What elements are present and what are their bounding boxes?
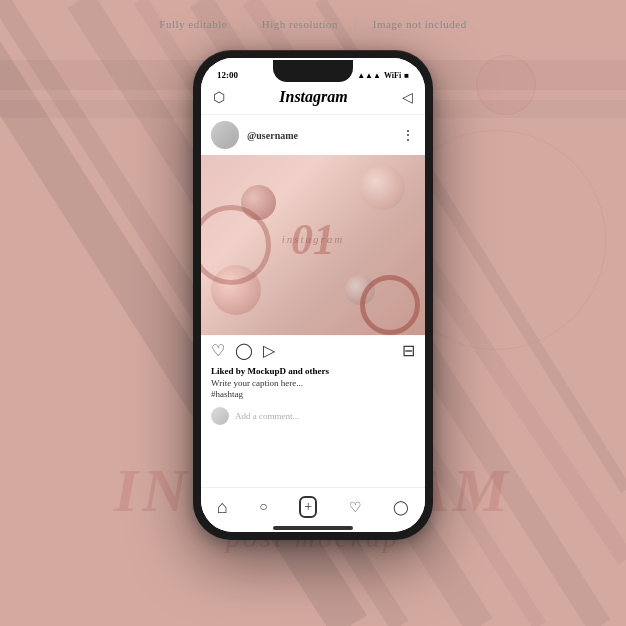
phone-wrapper: 12:00 ▲▲▲ WiFi ■ ⬡ Instagram ◁ @username…	[193, 50, 433, 540]
nav-profile-icon[interactable]: ◯	[393, 499, 409, 516]
separator-1: |	[243, 18, 246, 30]
hashtag-text[interactable]: #hashtag	[211, 389, 415, 399]
nav-home-icon[interactable]: ⌂	[217, 497, 228, 518]
bookmark-icon[interactable]: ⊟	[402, 341, 415, 360]
username-label[interactable]: @username	[247, 130, 393, 141]
user-avatar[interactable]	[211, 121, 239, 149]
phone-notch	[273, 60, 353, 82]
ring-2	[201, 205, 271, 285]
nav-search-icon[interactable]: ○	[259, 499, 267, 515]
wifi-icon: WiFi	[384, 71, 401, 80]
send-icon[interactable]: ◁	[402, 89, 413, 106]
caption-area: Liked by MockupD and others Write your c…	[201, 364, 425, 403]
phone-device: 12:00 ▲▲▲ WiFi ■ ⬡ Instagram ◁ @username…	[193, 50, 433, 540]
nav-heart-icon[interactable]: ♡	[349, 499, 362, 516]
instagram-title: Instagram	[279, 88, 347, 106]
commenter-avatar	[211, 407, 229, 425]
ring-1	[360, 275, 420, 335]
share-icon[interactable]: ▷	[263, 341, 275, 360]
phone-screen: 12:00 ▲▲▲ WiFi ■ ⬡ Instagram ◁ @username…	[201, 58, 425, 532]
ball-3	[360, 165, 405, 210]
status-icons: ▲▲▲ WiFi ■	[357, 71, 409, 80]
status-time: 12:00	[217, 70, 238, 80]
comment-row: Add a comment...	[201, 403, 425, 429]
post-subtitle: instagram	[282, 233, 345, 245]
caption-text[interactable]: Write your caption here...	[211, 378, 415, 388]
liked-by-text: Liked by MockupD and others	[211, 366, 415, 376]
high-resolution-label: High resolution	[262, 18, 338, 30]
more-options-icon[interactable]: ⋮	[401, 127, 415, 144]
signal-icon: ▲▲▲	[357, 71, 381, 80]
actions-left: ♡ ◯ ▷	[211, 341, 275, 360]
circle-decoration-small	[476, 55, 536, 115]
fully-editable-label: Fully editable	[159, 18, 227, 30]
image-not-included-label: Image not included	[373, 18, 467, 30]
home-indicator	[273, 526, 353, 530]
camera-icon[interactable]: ⬡	[213, 89, 225, 106]
comment-icon[interactable]: ◯	[235, 341, 253, 360]
battery-icon: ■	[404, 71, 409, 80]
actions-row: ♡ ◯ ▷ ⊟	[201, 335, 425, 364]
like-icon[interactable]: ♡	[211, 341, 225, 360]
nav-add-icon[interactable]: +	[299, 496, 317, 518]
instagram-header: ⬡ Instagram ◁	[201, 84, 425, 115]
post-user-row: @username ⋮	[201, 115, 425, 155]
top-meta-bar: Fully editable | High resolution | Image…	[0, 18, 626, 30]
separator-2: |	[354, 18, 357, 30]
add-comment-input[interactable]: Add a comment...	[235, 411, 299, 421]
post-image-area: 01 instagram	[201, 155, 425, 335]
